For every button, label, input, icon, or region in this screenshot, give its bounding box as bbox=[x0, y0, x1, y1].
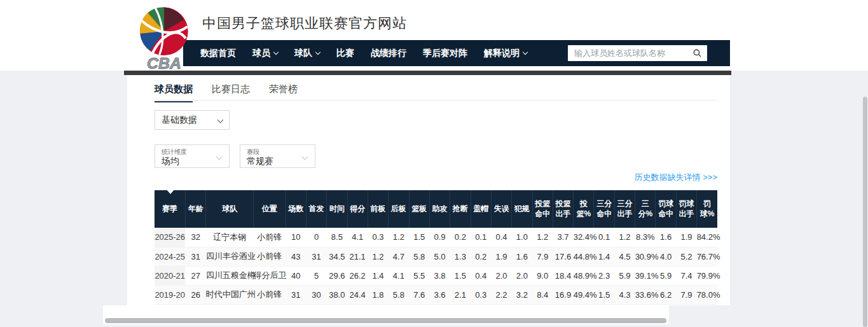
table-column-header[interactable]: 三分出手 bbox=[614, 190, 635, 228]
table-cell: 32.4% bbox=[574, 228, 594, 247]
table-column-header[interactable]: 犯规 bbox=[512, 190, 532, 228]
table-cell: 1.2 bbox=[368, 247, 388, 266]
table-cell: 34.5 bbox=[327, 247, 347, 266]
table-cell: 5.8 bbox=[409, 247, 429, 266]
chevron-down-icon bbox=[302, 154, 308, 160]
nav-item-data-home[interactable]: 数据首页 bbox=[192, 48, 244, 59]
nav-item-players[interactable]: 球员 bbox=[244, 48, 286, 59]
horizontal-scrollbar[interactable] bbox=[105, 318, 666, 323]
table-cell: 3.2 bbox=[512, 285, 532, 304]
table-column-header[interactable]: 投篮命中 bbox=[532, 190, 553, 228]
table-cell: 8.3% bbox=[635, 228, 656, 247]
table-column-header[interactable]: 三分命中 bbox=[594, 190, 614, 228]
table-column-header[interactable]: 罚球出手 bbox=[676, 190, 696, 228]
table-column-header[interactable]: 罚球% bbox=[697, 190, 717, 228]
table-column-header[interactable]: 场数 bbox=[286, 190, 306, 228]
table-cell: 1.6 bbox=[656, 228, 676, 247]
table-cell: 33.6% bbox=[635, 285, 656, 304]
search-input[interactable] bbox=[568, 45, 707, 61]
table-cell: 1.5 bbox=[409, 228, 429, 247]
table-column-header[interactable]: 前板 bbox=[368, 190, 388, 228]
divider-strip bbox=[124, 71, 731, 75]
table-cell: 1.5 bbox=[450, 266, 471, 285]
table-cell: 39.1% bbox=[635, 266, 656, 285]
table-cell: 48.9% bbox=[574, 266, 594, 285]
stats-table-wrap: 赛季年龄球队位置场数首发时间得分前板后板篮板助攻抢断盖帽失误犯规投篮命中投篮出手… bbox=[155, 190, 717, 305]
table-cell: 84.2% bbox=[697, 228, 717, 247]
table-cell: 四川五粮金樽 bbox=[206, 266, 254, 285]
table-cell: 1.0 bbox=[512, 228, 532, 247]
table-cell: 2.1 bbox=[450, 285, 471, 304]
stats-table: 赛季年龄球队位置场数首发时间得分前板后板篮板助攻抢断盖帽失误犯规投篮命中投篮出手… bbox=[155, 190, 717, 305]
table-cell: 43 bbox=[286, 247, 306, 266]
table-cell: 4.5 bbox=[614, 247, 635, 266]
cba-logo[interactable]: CBA bbox=[135, 4, 193, 66]
table-cell: 24.4 bbox=[347, 285, 368, 304]
table-header-row: 赛季年龄球队位置场数首发时间得分前板后板篮板助攻抢断盖帽失误犯规投篮命中投篮出手… bbox=[155, 190, 717, 228]
table-column-header[interactable]: 三分% bbox=[635, 190, 656, 228]
basic-data-select-value: 基础数据 bbox=[162, 115, 197, 126]
sort-caret-icon bbox=[165, 188, 176, 194]
table-cell: 1.6 bbox=[512, 247, 532, 266]
nav-item-games[interactable]: 比赛 bbox=[328, 48, 362, 59]
table-column-header[interactable]: 首发 bbox=[306, 190, 326, 228]
content-panel: 球员数据比赛日志荣誉榜 基础数据 统计维度 场均 赛段 常规赛 历史数据缺失详情… bbox=[127, 75, 730, 305]
table-column-header[interactable]: 时间 bbox=[327, 190, 347, 228]
table-column-header[interactable]: 投篮% bbox=[574, 190, 594, 228]
stat-dimension-label: 统计维度 bbox=[162, 148, 187, 156]
basic-data-select[interactable]: 基础数据 bbox=[155, 110, 230, 130]
table-column-header[interactable]: 后板 bbox=[389, 190, 409, 228]
table-cell: 0.3 bbox=[368, 228, 388, 247]
table-cell: 40 bbox=[286, 266, 306, 285]
table-column-header[interactable]: 位置 bbox=[254, 190, 286, 228]
main-navbar: 数据首页球员球队比赛战绩排行季后赛对阵解释说明 bbox=[183, 40, 730, 66]
table-cell: 2020-21 bbox=[155, 266, 185, 285]
table-cell: 8.4 bbox=[532, 285, 553, 304]
table-row: 2024-2531四川丰谷酒业小前锋433134.521.11.24.75.85… bbox=[155, 247, 717, 266]
stat-dimension-select[interactable]: 统计维度 场均 bbox=[155, 144, 230, 168]
nav-item-glossary[interactable]: 解释说明 bbox=[476, 48, 535, 59]
table-column-header[interactable]: 罚球命中 bbox=[656, 190, 676, 228]
table-cell: 7.9 bbox=[676, 285, 696, 304]
table-cell: 2.0 bbox=[491, 266, 511, 285]
stage-select[interactable]: 赛段 常规赛 bbox=[240, 144, 315, 168]
table-cell: 0.4 bbox=[471, 266, 491, 285]
table-column-header[interactable]: 年龄 bbox=[185, 190, 205, 228]
table-column-header[interactable]: 篮板 bbox=[409, 190, 429, 228]
table-cell: 小前锋 bbox=[254, 228, 286, 247]
nav-item-teams[interactable]: 球队 bbox=[286, 48, 328, 59]
nav-item-standings[interactable]: 战绩排行 bbox=[362, 48, 415, 59]
table-cell: 1.2 bbox=[614, 228, 635, 247]
table-column-header[interactable]: 抢断 bbox=[450, 190, 471, 228]
table-cell: 5.8 bbox=[389, 285, 409, 304]
table-cell: 2019-20 bbox=[155, 285, 185, 304]
table-column-header[interactable]: 赛季 bbox=[155, 190, 185, 228]
table-cell: 2.2 bbox=[491, 285, 511, 304]
history-data-missing-link[interactable]: 历史数据缺失详情 >>> bbox=[635, 172, 717, 183]
table-column-header[interactable]: 失误 bbox=[491, 190, 511, 228]
nav-item-playoff-bracket[interactable]: 季后赛对阵 bbox=[415, 48, 476, 59]
table-cell: 18.4 bbox=[553, 266, 573, 285]
table-cell: 2025-26 bbox=[155, 228, 185, 247]
table-cell: 4.7 bbox=[389, 247, 409, 266]
nav-items: 数据首页球员球队比赛战绩排行季后赛对阵解释说明 bbox=[183, 48, 535, 59]
vertical-scrollbar[interactable] bbox=[863, 97, 867, 327]
table-cell: 0.2 bbox=[471, 247, 491, 266]
search-icon[interactable] bbox=[692, 48, 702, 58]
cba-logo-icon: CBA bbox=[135, 4, 193, 70]
table-cell: 4.1 bbox=[389, 266, 409, 285]
table-cell: 31 bbox=[306, 247, 326, 266]
page-title: 中国男子篮球职业联赛官方网站 bbox=[202, 14, 407, 33]
table-cell: 0.3 bbox=[471, 285, 491, 304]
table-column-header[interactable]: 投篮出手 bbox=[553, 190, 573, 228]
stats-table-body: 2025-2632辽宁本钢小前锋1008.54.10.31.21.50.90.2… bbox=[155, 228, 717, 304]
table-column-header[interactable]: 盖帽 bbox=[471, 190, 491, 228]
table-row: 2019-2026时代中国广州小前锋313038.024.41.85.87.63… bbox=[155, 285, 717, 304]
table-column-header[interactable]: 助攻 bbox=[429, 190, 450, 228]
table-cell: 21.1 bbox=[347, 247, 368, 266]
table-cell: 0.9 bbox=[429, 228, 450, 247]
table-column-header[interactable]: 得分 bbox=[347, 190, 368, 228]
table-cell: 44.8% bbox=[574, 247, 594, 266]
table-cell: 1.8 bbox=[368, 285, 388, 304]
table-column-header[interactable]: 球队 bbox=[206, 190, 254, 228]
